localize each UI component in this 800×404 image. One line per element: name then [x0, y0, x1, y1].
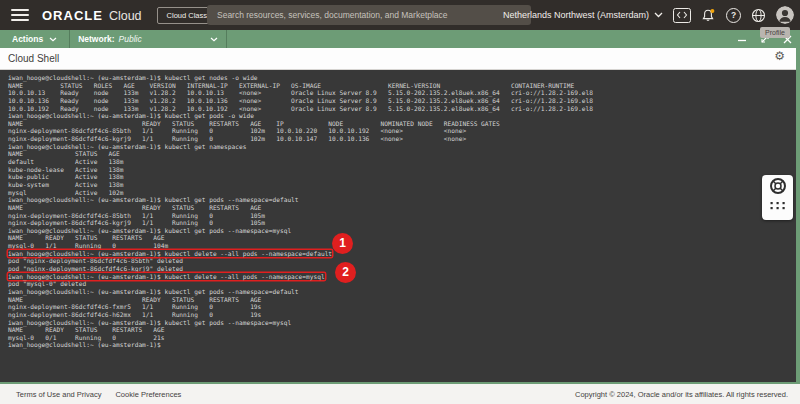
logo-oracle-text: ORACLE [42, 8, 103, 23]
terminal-line: iwan_hooge@cloudshell:~ (eu-amsterdam-1)… [8, 341, 796, 349]
terminal-line: kube-system Active 138m [8, 181, 796, 189]
terminal-line: iwan_hooge@cloudshell:~ (eu-amsterdam-1)… [8, 112, 796, 120]
terminal-line: iwan_hooge@cloudshell:~ (eu-amsterdam-1)… [8, 319, 796, 327]
actions-label: Actions [12, 34, 43, 44]
terminal-line: 10.0.10.136 Ready node 133m v1.28.2 10.0… [8, 97, 796, 105]
cloud-shell-header: Cloud Shell ⚙ [0, 48, 796, 70]
notification-dot [710, 9, 714, 13]
terminal-line: mysql Active 102m [8, 189, 796, 197]
annotated-command: iwan_hooge@cloudshell:~ (eu-amsterdam-1)… [8, 273, 325, 281]
top-bar: ORACLE Cloud Cloud Classic › Netherlands… [0, 0, 800, 30]
terminal-line: nginx-deployment-86dcfdf4c6-85bth 1/1 Ru… [8, 212, 796, 220]
annotation-badge-2: 2 [335, 262, 356, 283]
terminal-line: 10.0.10.13 Ready node 133m v1.28.2 10.0.… [8, 89, 796, 97]
terminal-line: 10.0.10.192 Ready node 133m v1.28.2 10.0… [8, 105, 796, 113]
minimize-button[interactable] [737, 34, 747, 44]
terminal-line: pod "nginx-deployment-86dcfdf4c6-kgrj9" … [8, 265, 796, 273]
terminal-line: pod "nginx-deployment-86dcfdf4c6-85bth" … [8, 257, 796, 265]
terminal-line: nginx-deployment-86dcfdf4c6-fxmr5 1/1 Ru… [8, 303, 796, 311]
terminal-output[interactable]: iwan_hooge@cloudshell:~ (eu-amsterdam-1)… [0, 70, 796, 381]
terminal-line: NAME READY STATUS RESTARTS AGE IP NODE N… [8, 120, 796, 128]
network-label: Network: [78, 34, 114, 44]
chevron-down-icon [210, 37, 218, 42]
terminal-line: iwan_hooge@cloudshell:~ (eu-amsterdam-1)… [8, 227, 796, 235]
annotated-command: iwan_hooge@cloudshell:~ (eu-amsterdam-1)… [8, 250, 332, 258]
notifications-bell-icon[interactable] [701, 8, 716, 23]
terminal-line: iwan_hooge@cloudshell:~ (eu-amsterdam-1)… [8, 196, 796, 204]
terminal-line: nginx-deployment-86dcfdf4c6-h62mx 1/1 Ru… [8, 311, 796, 319]
hamburger-menu-icon[interactable] [11, 9, 29, 21]
terms-link[interactable]: Terms of Use and Privacy [16, 390, 101, 399]
terminal-line: NAME READY STATUS RESTARTS AGE [8, 296, 796, 304]
toolbar-divider [226, 30, 227, 48]
terminal-line: kube-node-lease Active 138m [8, 166, 796, 174]
copyright-text: Copyright © 2024, Oracle and/or its affi… [575, 390, 788, 399]
cloud-shell-panel: Cloud Shell ⚙ iwan_hooge@cloudshell:~ (e… [0, 48, 796, 382]
oracle-cloud-logo: ORACLE Cloud [42, 8, 142, 23]
user-icon [776, 6, 794, 24]
terminal-line: kube-public Active 138m [8, 173, 796, 181]
terminal-line: mysql-0 1/1 Running 0 104m [8, 242, 796, 250]
terminal-line: NAME READY STATUS RESTARTS AGE [8, 234, 796, 242]
region-label: Netherlands Northwest (Amsterdam) [503, 10, 649, 20]
terminal-line: iwan_hooge@cloudshell:~ (eu-amsterdam-1)… [8, 273, 796, 281]
shell-settings-gear-icon[interactable]: ⚙ [774, 49, 785, 63]
terminal-line: iwan_hooge@cloudshell:~ (eu-amsterdam-1)… [8, 74, 796, 82]
terminal-line: default Active 138m [8, 158, 796, 166]
code-brackets-icon [676, 11, 688, 19]
cloud-classic-label: Cloud Classic [167, 11, 213, 20]
terminal-line: nginx-deployment-86dcfdf4c6-kgrj9 1/1 Ru… [8, 219, 796, 227]
profile-tooltip: Profile [760, 27, 790, 38]
profile-avatar[interactable] [776, 6, 794, 24]
chevron-down-icon [49, 37, 57, 42]
lifebuoy-drag-widget-icon [767, 175, 789, 215]
chevron-down-icon [654, 12, 663, 18]
terminal-line: nginx-deployment-86dcfdf4c6-85bth 1/1 Ru… [8, 127, 796, 135]
terminal-line: mysql-0 0/1 Running 0 21s [8, 334, 796, 342]
terminal-line: iwan_hooge@cloudshell:~ (eu-amsterdam-1)… [8, 250, 796, 258]
drag-dots-icon [770, 202, 784, 209]
help-glyph: ? [731, 9, 736, 22]
network-selector[interactable]: Network: Public [70, 30, 226, 48]
terminal-line: pod "mysql-0" deleted [8, 280, 796, 288]
developer-tools-icon[interactable] [673, 8, 691, 23]
network-value: Public [119, 34, 142, 44]
footer: Terms of Use and Privacy Cookie Preferen… [0, 384, 800, 404]
region-selector[interactable]: Netherlands Northwest (Amsterdam) [503, 10, 663, 20]
floating-shell-widget[interactable] [762, 175, 793, 220]
language-globe-icon[interactable] [751, 8, 766, 23]
actions-menu-button[interactable]: Actions [0, 30, 69, 48]
terminal-line: iwan_hooge@cloudshell:~ (eu-amsterdam-1)… [8, 143, 796, 151]
cookie-preferences-link[interactable]: Cookie Preferences [115, 390, 181, 399]
terminal-line: NAME READY STATUS RESTARTS AGE [8, 326, 796, 334]
logo-cloud-text: Cloud [109, 9, 142, 23]
search-input[interactable] [207, 5, 531, 25]
cloud-shell-title: Cloud Shell [8, 53, 59, 64]
terminal-line: iwan_hooge@cloudshell:~ (eu-amsterdam-1)… [8, 288, 796, 296]
terminal-line: nginx-deployment-86dcfdf4c6-kgrj9 1/1 Ru… [8, 135, 796, 143]
help-icon[interactable]: ? [726, 8, 741, 23]
terminal-line: NAME STATUS AGE [8, 150, 796, 158]
terminal-line: NAME STATUS ROLES AGE VERSION INTERNAL-I… [8, 82, 796, 90]
terminal-line: NAME READY STATUS RESTARTS AGE [8, 204, 796, 212]
context-toolbar: Actions Network: Public [0, 30, 800, 48]
annotation-badge-1: 1 [332, 233, 353, 254]
